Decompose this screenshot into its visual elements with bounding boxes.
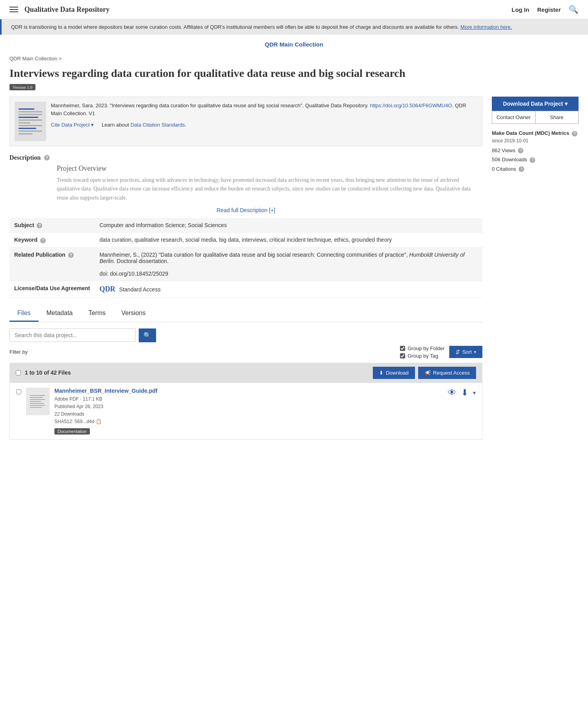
read-more[interactable]: Read full Description [+]	[9, 202, 482, 218]
login-link[interactable]: Log In	[512, 6, 529, 13]
download-project-button[interactable]: Download Data Project ▾	[492, 97, 579, 111]
navbar-right: Log In Register 🔍	[512, 5, 579, 14]
filter-right: Group by Folder Group by Tag ⇵ Sort ▾	[400, 345, 482, 359]
file-name[interactable]: Mannheimer_BSR_Interview_Guide.pdf	[54, 388, 443, 394]
description-heading: Description ?	[9, 154, 482, 161]
downloads-help-icon[interactable]: ?	[530, 157, 535, 163]
megaphone-icon: 📢	[424, 370, 431, 376]
search-input[interactable]	[9, 328, 136, 342]
citation-text: Mannheimer, Sara. 2023. "Interviews rega…	[51, 102, 477, 141]
sort-button[interactable]: ⇵ Sort ▾	[449, 346, 482, 358]
description-body: Project Overview Trends toward open scie…	[9, 164, 482, 202]
register-link[interactable]: Register	[537, 6, 561, 13]
checkbox-group: Group by Folder Group by Tag	[400, 345, 445, 359]
metrics-views: 862 Views ?	[492, 147, 579, 154]
file-thumbnail	[26, 388, 50, 415]
alert-link[interactable]: More information here.	[460, 24, 512, 30]
description-help-icon[interactable]: ?	[44, 155, 50, 160]
file-tag: Documentation	[54, 428, 90, 435]
subject-label: Subject ?	[9, 218, 95, 233]
data-citation-standards-link[interactable]: Data Citation Standards	[130, 122, 185, 128]
table-row: Subject ? Computer and Information Scien…	[9, 218, 482, 233]
metadata-table: Subject ? Computer and Information Scien…	[9, 218, 482, 298]
file-meta: Adobe PDF · 117.1 KB Published Apr 26, 2…	[54, 396, 443, 426]
metrics-help-icon[interactable]: ?	[572, 131, 577, 136]
copy-icon[interactable]: 📋	[96, 419, 102, 424]
group-by-tag-checkbox[interactable]: Group by Tag	[400, 353, 445, 359]
search-button[interactable]: 🔍	[139, 328, 156, 342]
related-pub-help-icon[interactable]: ?	[68, 252, 74, 258]
group-by-folder-checkbox[interactable]: Group by Folder	[400, 345, 445, 351]
file-item: Mannheimer_BSR_Interview_Guide.pdf Adobe…	[9, 383, 482, 440]
cite-project-link[interactable]: Cite Data Project ▾	[51, 121, 94, 129]
side-column: Download Data Project ▾ Contact Owner Sh…	[492, 97, 579, 446]
request-access-button[interactable]: 📢 Request Access	[418, 367, 476, 379]
table-row: Related Publication ? Mannheimer, S., (2…	[9, 247, 482, 281]
alert-banner: QDR is transitioning to a model where de…	[0, 19, 588, 35]
download-all-button[interactable]: ⬇ Download	[373, 367, 415, 379]
subject-value: Computer and Information Science; Social…	[95, 218, 482, 233]
file-download-icon[interactable]: ⬇	[461, 388, 468, 398]
table-row: License/Data Use Agreement QDR Standard …	[9, 281, 482, 297]
keyword-label: Keyword ?	[9, 233, 95, 247]
files-header: 1 to 10 of 42 Files ⬇ Download 📢 Request…	[9, 363, 482, 383]
two-col-layout: Mannheimer, Sara. 2023. "Interviews rega…	[9, 97, 579, 446]
contact-owner-button[interactable]: Contact Owner	[492, 111, 536, 124]
tab-terms[interactable]: Terms	[81, 306, 114, 322]
file-info: Mannheimer_BSR_Interview_Guide.pdf Adobe…	[54, 388, 443, 435]
main-content: Interviews regarding data curation for q…	[0, 66, 588, 455]
files-actions: ⬇ Download 📢 Request Access	[373, 367, 476, 379]
search-icon[interactable]: 🔍	[569, 5, 579, 14]
tab-files[interactable]: Files	[9, 306, 39, 322]
description-text: Trends toward open science practices, al…	[57, 176, 482, 202]
main-column: Mannheimer, Sara. 2023. "Interviews rega…	[9, 97, 482, 446]
site-brand: Qualitative Data Repository	[24, 6, 110, 14]
keyword-value: data curation, qualitative research, soc…	[95, 233, 482, 247]
breadcrumb-separator: >	[59, 56, 62, 62]
navbar: Qualitative Data Repository Log In Regis…	[0, 0, 588, 19]
file-actions: 👁 ⬇ ▾	[448, 388, 476, 398]
files-section: 🔍 Filter by Group by Folder	[9, 322, 482, 446]
learn-about-text: Learn about Data Citation Standards.	[102, 121, 186, 129]
metrics-citations: 0 Citations ?	[492, 166, 579, 172]
metrics-downloads: 506 Downloads ?	[492, 157, 579, 163]
breadcrumb-item[interactable]: QDR Main Collection	[9, 56, 57, 62]
contact-share-row: Contact Owner Share	[492, 111, 579, 124]
alert-text: QDR is transitioning to a model where de…	[11, 24, 459, 30]
breadcrumb: QDR Main Collection >	[0, 54, 588, 63]
page-title: Interviews regarding data curation for q…	[9, 66, 579, 80]
views-help-icon[interactable]: ?	[518, 148, 523, 153]
file-download-chevron[interactable]: ▾	[473, 390, 476, 396]
citation-box: Mannheimer, Sara. 2023. "Interviews rega…	[9, 97, 482, 146]
sort-chevron: ▾	[474, 350, 476, 354]
tab-versions[interactable]: Versions	[114, 306, 153, 322]
files-count: 1 to 10 of 42 Files	[16, 369, 71, 376]
main-collection-link[interactable]: QDR Main Collection	[265, 41, 323, 48]
license-value: QDR Standard Access	[95, 281, 482, 297]
table-row: Keyword ? data curation, qualitative res…	[9, 233, 482, 247]
citations-help-icon[interactable]: ?	[519, 166, 524, 172]
hamburger-icon[interactable]	[9, 7, 18, 12]
share-button[interactable]: Share	[536, 111, 579, 124]
keyword-help-icon[interactable]: ?	[40, 238, 46, 243]
sort-icon: ⇵	[456, 349, 460, 355]
license-label: License/Data Use Agreement	[9, 281, 95, 297]
tab-metadata[interactable]: Metadata	[39, 306, 81, 322]
filter-label: Filter by	[9, 349, 28, 355]
metrics-title: Make Data Count (MDC) Metrics ?	[492, 130, 579, 136]
preview-icon[interactable]: 👁	[448, 388, 456, 398]
overview-title: Project Overview	[57, 164, 482, 173]
file-checkbox[interactable]	[16, 389, 21, 394]
subject-help-icon[interactable]: ?	[37, 223, 42, 228]
citation-content: Mannheimer, Sara. 2023. "Interviews rega…	[51, 102, 477, 117]
metrics-box: Make Data Count (MDC) Metrics ? since 20…	[492, 130, 579, 172]
tabs: Files Metadata Terms Versions	[9, 306, 482, 322]
doi-link[interactable]: https://doi.org/10.5064/F6GWMU4O	[370, 103, 452, 108]
select-all-checkbox[interactable]	[16, 370, 21, 375]
related-pub-value: Mannheimer, S., (2022) "Data curation fo…	[95, 247, 482, 281]
search-row: 🔍	[9, 328, 482, 342]
metrics-date: since 2019-10-01	[492, 138, 579, 144]
download-icon: ⬇	[379, 370, 383, 376]
filter-row: Filter by Group by Folder Group by Tag	[9, 345, 482, 359]
main-collection-section: QDR Main Collection	[0, 35, 588, 54]
